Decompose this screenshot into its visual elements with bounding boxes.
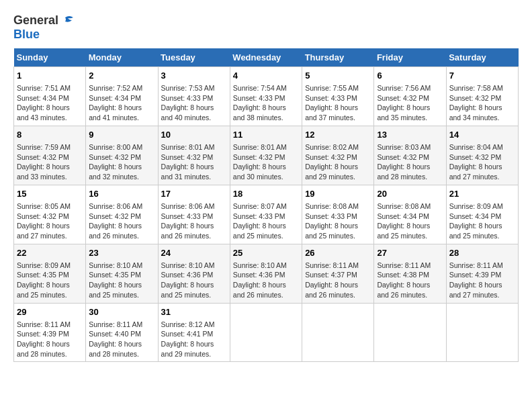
cell-daylight: Daylight: 8 hours and 29 minutes.: [161, 339, 227, 359]
day-number: 14: [449, 129, 515, 141]
cell-sunset: Sunset: 4:32 PM: [161, 152, 227, 163]
calendar-cell: [374, 303, 446, 362]
cell-daylight: Daylight: 8 hours and 25 minutes.: [233, 221, 299, 240]
cell-sunrise: Sunrise: 8:07 AM: [233, 201, 299, 212]
calendar-cell: [446, 303, 518, 362]
day-number: 26: [305, 247, 371, 259]
cell-daylight: Daylight: 8 hours and 26 minutes.: [377, 280, 443, 300]
cell-sunrise: Sunrise: 8:11 AM: [17, 320, 83, 330]
cell-sunrise: Sunrise: 8:10 AM: [233, 261, 299, 271]
cell-daylight: Daylight: 8 hours and 28 minutes.: [377, 162, 443, 181]
weekday-header: Thursday: [302, 48, 374, 67]
calendar-cell: 8 Sunrise: 7:59 AM Sunset: 4:32 PM Dayli…: [14, 126, 86, 185]
weekday-header: Monday: [86, 48, 158, 67]
cell-sunset: Sunset: 4:32 PM: [449, 93, 515, 103]
cell-sunrise: Sunrise: 7:52 AM: [89, 83, 154, 93]
calendar-cell: 10 Sunrise: 8:01 AM Sunset: 4:32 PM Dayl…: [158, 126, 230, 185]
calendar-cell: 20 Sunrise: 8:08 AM Sunset: 4:34 PM Dayl…: [374, 185, 446, 244]
cell-sunrise: Sunrise: 8:02 AM: [305, 142, 371, 152]
cell-sunset: Sunset: 4:33 PM: [305, 212, 371, 222]
day-number: 15: [17, 188, 83, 200]
cell-sunset: Sunset: 4:34 PM: [449, 212, 515, 222]
cell-sunset: Sunset: 4:34 PM: [17, 93, 83, 103]
cell-sunrise: Sunrise: 8:04 AM: [449, 142, 515, 152]
cell-daylight: Daylight: 8 hours and 25 minutes.: [17, 280, 83, 300]
day-number: 21: [449, 188, 515, 200]
day-number: 22: [17, 247, 83, 259]
cell-sunset: Sunset: 4:33 PM: [233, 212, 299, 222]
cell-sunset: Sunset: 4:36 PM: [161, 270, 227, 280]
day-number: 23: [89, 247, 154, 259]
calendar-cell: 22 Sunrise: 8:09 AM Sunset: 4:35 PM Dayl…: [14, 244, 86, 303]
cell-sunset: Sunset: 4:32 PM: [449, 152, 515, 163]
logo: General Blue: [13, 13, 75, 42]
calendar-cell: 3 Sunrise: 7:53 AM Sunset: 4:33 PM Dayli…: [158, 66, 230, 126]
cell-sunrise: Sunrise: 8:11 AM: [305, 261, 371, 271]
cell-sunrise: Sunrise: 8:08 AM: [305, 201, 371, 212]
calendar-cell: 2 Sunrise: 7:52 AM Sunset: 4:34 PM Dayli…: [86, 66, 158, 126]
calendar-cell: [230, 303, 302, 362]
cell-sunset: Sunset: 4:33 PM: [161, 93, 227, 103]
day-number: 7: [449, 70, 515, 82]
day-number: 12: [305, 129, 371, 141]
calendar-cell: 30 Sunrise: 8:11 AM Sunset: 4:40 PM Dayl…: [86, 303, 158, 362]
cell-sunrise: Sunrise: 8:11 AM: [89, 320, 154, 330]
cell-daylight: Daylight: 8 hours and 29 minutes.: [305, 162, 371, 181]
cell-daylight: Daylight: 8 hours and 27 minutes.: [17, 221, 83, 240]
cell-sunset: Sunset: 4:32 PM: [377, 93, 443, 103]
cell-daylight: Daylight: 8 hours and 25 minutes.: [449, 221, 515, 240]
day-number: 16: [89, 188, 154, 200]
cell-sunset: Sunset: 4:32 PM: [17, 152, 83, 163]
cell-sunset: Sunset: 4:33 PM: [305, 93, 371, 103]
day-number: 28: [449, 247, 515, 259]
cell-daylight: Daylight: 8 hours and 26 minutes.: [161, 221, 227, 240]
cell-daylight: Daylight: 8 hours and 28 minutes.: [17, 339, 83, 359]
cell-sunrise: Sunrise: 8:10 AM: [89, 261, 154, 271]
cell-sunset: Sunset: 4:36 PM: [233, 270, 299, 280]
calendar-week-row: 15 Sunrise: 8:05 AM Sunset: 4:32 PM Dayl…: [14, 185, 519, 244]
calendar-cell: 14 Sunrise: 8:04 AM Sunset: 4:32 PM Dayl…: [446, 126, 518, 185]
cell-sunset: Sunset: 4:32 PM: [89, 212, 154, 222]
cell-sunset: Sunset: 4:37 PM: [305, 270, 371, 280]
calendar-cell: 13 Sunrise: 8:03 AM Sunset: 4:32 PM Dayl…: [374, 126, 446, 185]
cell-sunrise: Sunrise: 8:01 AM: [161, 142, 227, 152]
calendar-cell: 27 Sunrise: 8:11 AM Sunset: 4:38 PM Dayl…: [374, 244, 446, 303]
calendar-cell: 1 Sunrise: 7:51 AM Sunset: 4:34 PM Dayli…: [14, 66, 86, 126]
calendar-table: SundayMondayTuesdayWednesdayThursdayFrid…: [13, 48, 519, 363]
cell-sunset: Sunset: 4:32 PM: [89, 152, 154, 163]
cell-daylight: Daylight: 8 hours and 35 minutes.: [377, 103, 443, 122]
cell-sunrise: Sunrise: 8:09 AM: [17, 261, 83, 271]
cell-daylight: Daylight: 8 hours and 26 minutes.: [89, 221, 154, 240]
calendar-week-row: 1 Sunrise: 7:51 AM Sunset: 4:34 PM Dayli…: [14, 66, 519, 126]
calendar-cell: 23 Sunrise: 8:10 AM Sunset: 4:35 PM Dayl…: [86, 244, 158, 303]
cell-sunrise: Sunrise: 8:01 AM: [233, 142, 299, 152]
weekday-header: Wednesday: [230, 48, 302, 67]
calendar-cell: 9 Sunrise: 8:00 AM Sunset: 4:32 PM Dayli…: [86, 126, 158, 185]
cell-daylight: Daylight: 8 hours and 32 minutes.: [89, 162, 154, 181]
day-number: 13: [377, 129, 443, 141]
calendar-cell: 21 Sunrise: 8:09 AM Sunset: 4:34 PM Dayl…: [446, 185, 518, 244]
calendar-cell: 16 Sunrise: 8:06 AM Sunset: 4:32 PM Dayl…: [86, 185, 158, 244]
calendar-week-row: 8 Sunrise: 7:59 AM Sunset: 4:32 PM Dayli…: [14, 126, 519, 185]
cell-daylight: Daylight: 8 hours and 41 minutes.: [89, 103, 154, 122]
day-number: 11: [233, 129, 299, 141]
cell-daylight: Daylight: 8 hours and 37 minutes.: [305, 103, 371, 122]
day-number: 18: [233, 188, 299, 200]
cell-sunrise: Sunrise: 8:09 AM: [449, 201, 515, 212]
cell-sunrise: Sunrise: 8:11 AM: [377, 261, 443, 271]
calendar-cell: 17 Sunrise: 8:06 AM Sunset: 4:33 PM Dayl…: [158, 185, 230, 244]
day-number: 4: [233, 70, 299, 82]
cell-daylight: Daylight: 8 hours and 38 minutes.: [233, 103, 299, 122]
day-number: 30: [89, 306, 154, 318]
weekday-header: Sunday: [14, 48, 86, 67]
day-number: 17: [161, 188, 227, 200]
cell-sunrise: Sunrise: 8:08 AM: [377, 201, 443, 212]
cell-sunrise: Sunrise: 7:56 AM: [377, 83, 443, 93]
cell-daylight: Daylight: 8 hours and 28 minutes.: [89, 339, 154, 359]
cell-sunrise: Sunrise: 8:12 AM: [161, 320, 227, 330]
day-number: 24: [161, 247, 227, 259]
day-number: 9: [89, 129, 154, 141]
cell-sunset: Sunset: 4:34 PM: [89, 93, 154, 103]
cell-daylight: Daylight: 8 hours and 27 minutes.: [449, 280, 515, 300]
day-number: 25: [233, 247, 299, 259]
